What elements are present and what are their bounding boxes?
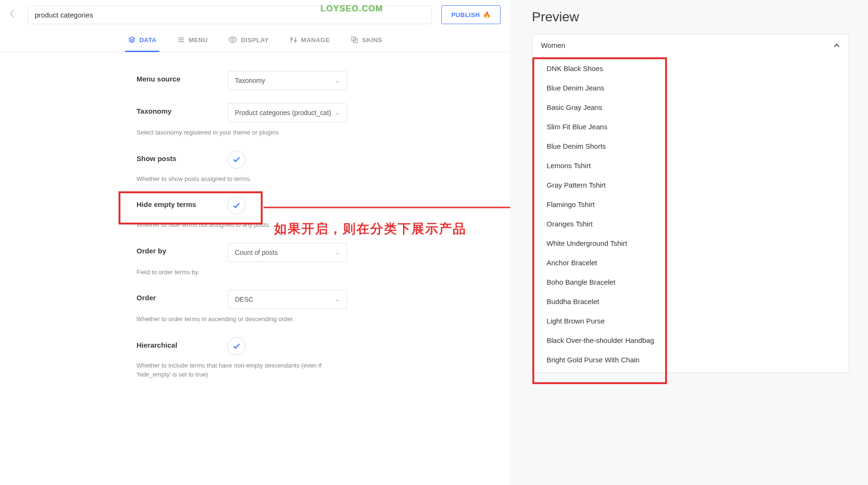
preview-item[interactable]: White Underground Tshirt <box>532 234 849 253</box>
tab-bar: DATA MENU DISPLAY MANAGE SKINS <box>0 29 510 52</box>
tab-label: MANAGE <box>301 36 330 44</box>
order-by-select[interactable]: Count of posts ⌄ <box>228 243 347 262</box>
tab-menu[interactable]: MENU <box>174 29 210 52</box>
preview-item[interactable]: Lemons Tshirt <box>532 156 849 175</box>
order-label: Order <box>137 290 226 302</box>
chevron-down-icon: ⌄ <box>335 249 340 256</box>
preview-item[interactable]: Bright Gold Purse With Chain <box>532 350 849 369</box>
preview-title: Preview <box>532 9 849 25</box>
copy-icon <box>351 36 358 44</box>
order-by-help: Field to order terms by. <box>137 268 336 277</box>
hide-empty-label: Hide empty terms <box>137 197 226 208</box>
preview-group-label: Women <box>541 41 565 49</box>
preview-item[interactable]: Buddha Bracelet <box>532 292 849 311</box>
select-value: Count of posts <box>235 249 277 256</box>
publish-label: PUBLISH <box>451 11 480 18</box>
preview-item[interactable]: Flamingo Tshirt <box>532 195 849 214</box>
chevron-down-icon: ⌄ <box>335 109 340 116</box>
preview-item[interactable]: Anchor Bracelet <box>532 253 849 272</box>
hierarchical-label: Hierarchical <box>137 337 226 349</box>
eye-icon <box>228 36 237 44</box>
preview-item[interactable]: Slim Fit Blue Jeans <box>532 117 849 136</box>
menu-source-label: Menu source <box>137 71 226 83</box>
tab-label: MENU <box>189 36 208 44</box>
tab-label: SKINS <box>362 36 382 44</box>
tab-label: DATA <box>139 36 156 44</box>
taxonomy-select[interactable]: Product categories (product_cat) ⌄ <box>228 103 347 122</box>
chevron-up-icon <box>833 42 840 49</box>
tab-data[interactable]: DATA <box>125 29 159 52</box>
tab-manage[interactable]: MANAGE <box>287 29 333 52</box>
check-icon <box>232 201 241 210</box>
preview-item[interactable]: Basic Gray Jeans <box>532 98 849 117</box>
select-value: DESC <box>235 296 253 303</box>
svg-point-0 <box>232 39 234 41</box>
preview-item[interactable]: Boho Bangle Bracelet <box>532 272 849 292</box>
fire-icon: 🔥 <box>483 11 491 18</box>
show-posts-toggle[interactable] <box>228 151 246 169</box>
select-value: Product categories (product_cat) <box>235 109 331 117</box>
menu-icon <box>177 36 185 44</box>
tab-label: DISPLAY <box>241 36 269 44</box>
hierarchical-toggle[interactable] <box>228 337 246 355</box>
taxonomy-label: Taxonomy <box>137 103 226 115</box>
preview-item[interactable]: Black Over-the-shoulder Handbag <box>532 331 849 350</box>
preview-item[interactable]: Oranges Tshirt <box>532 214 849 234</box>
hierarchical-help: Whether to include terms that have non-e… <box>137 361 336 379</box>
order-help: Whether to order terms in ascending or d… <box>137 314 336 324</box>
preview-item[interactable]: Gray Pattern Tshirt <box>532 175 849 195</box>
preview-item[interactable]: DNK Black Shoes <box>532 59 849 78</box>
check-icon <box>232 155 241 164</box>
preview-item[interactable]: Blue Denim Jeans <box>532 78 849 98</box>
taxonomy-help: Select taxonomy registered in your theme… <box>137 128 336 137</box>
chevron-down-icon: ⌄ <box>335 296 340 303</box>
menu-source-select[interactable]: Taxonomy ⌄ <box>228 71 347 90</box>
sliders-icon <box>290 36 297 44</box>
title-input[interactable] <box>27 5 432 24</box>
order-by-label: Order by <box>137 243 226 255</box>
show-posts-label: Show posts <box>137 151 226 162</box>
hide-empty-toggle[interactable] <box>228 197 246 215</box>
publish-button[interactable]: PUBLISH 🔥 <box>441 5 501 24</box>
preview-list: DNK Black ShoesBlue Denim JeansBasic Gra… <box>532 56 849 372</box>
chevron-down-icon: ⌄ <box>335 77 340 84</box>
tab-skins[interactable]: SKINS <box>348 29 385 52</box>
tab-display[interactable]: DISPLAY <box>226 29 272 52</box>
hide-empty-help: Whether to hide terms not assigned to an… <box>137 220 336 230</box>
select-value: Taxonomy <box>235 77 265 84</box>
layers-icon <box>128 36 136 44</box>
show-posts-help: Whether to show posts assigned to terms. <box>137 174 336 184</box>
preview-item[interactable]: Blue Denim Shorts <box>532 136 849 156</box>
check-icon <box>232 341 241 351</box>
order-select[interactable]: DESC ⌄ <box>228 290 347 309</box>
preview-panel: Women DNK Black ShoesBlue Denim JeansBas… <box>532 34 849 373</box>
back-chevron-icon[interactable] <box>9 9 18 21</box>
preview-item[interactable]: Light Brown Purse <box>532 311 849 331</box>
preview-group-header[interactable]: Women <box>532 35 849 56</box>
